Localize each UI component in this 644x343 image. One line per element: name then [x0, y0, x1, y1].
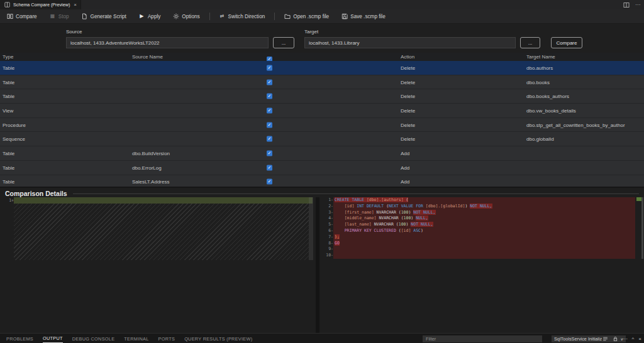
column-source-name: Source Name [132, 54, 163, 60]
row-checkbox[interactable]: ✓ [267, 94, 272, 99]
diff-line: 1-CREATE TABLE [dbo].[authors] ( [319, 197, 635, 204]
code-token: [first_name] [345, 210, 374, 215]
split-editor-icon[interactable] [623, 2, 630, 8]
compare-button[interactable]: Compare [551, 37, 582, 48]
cell-type: View [3, 107, 13, 113]
code-token [335, 215, 345, 220]
overview-ruler [635, 197, 644, 333]
line-number: 8- [319, 241, 333, 247]
row-checkbox[interactable]: ✓ [267, 79, 272, 85]
row-checkbox[interactable]: ✓ [267, 165, 272, 170]
panel-tab-debug-console[interactable]: DEBUG CONSOLE [72, 334, 115, 343]
toolbar-generate-script-label: Generate Script [91, 14, 126, 19]
code-token [335, 210, 345, 215]
diff-source-pane[interactable]: 1+ [0, 197, 316, 333]
close-icon[interactable]: × [74, 2, 77, 8]
toolbar-open-scmp-label: Open .scmp file [293, 14, 329, 19]
table-row[interactable]: TableDeletedbo.authors✓ [0, 61, 644, 75]
code-token [335, 228, 345, 233]
code-token: 100 [401, 210, 409, 215]
target-input[interactable] [304, 37, 516, 48]
diff-line: 7-); [319, 234, 635, 241]
check-icon: ✓ [268, 122, 272, 127]
table-row[interactable]: SequenceDeletedbo.globalId✓ [0, 132, 644, 146]
code-token [335, 222, 345, 227]
scrollbar[interactable] [641, 197, 643, 259]
row-checkbox[interactable]: ✓ [267, 136, 272, 142]
diff-line-code: [last_name] NVARCHAR (100) NOT NULL, [333, 222, 635, 228]
output-lines-icon[interactable] [602, 336, 608, 342]
check-icon: ✓ [268, 108, 272, 112]
cell-target-name: dbo.books [526, 79, 550, 85]
panel-tabs: PROBLEMSOUTPUTDEBUG CONSOLETERMINALPORTS… [6, 334, 252, 343]
check-icon: ✓ [268, 165, 272, 170]
table-row[interactable]: TableSalesLT.AddressAdd✓ [0, 175, 644, 187]
panel-tab-query-results-preview-[interactable]: QUERY RESULTS (PREVIEW) [184, 334, 252, 343]
row-checkbox[interactable]: ✓ [267, 107, 272, 113]
table-row[interactable]: TableDeletedbo.books_authors✓ [0, 89, 644, 103]
more-icon[interactable]: ⋯ [623, 336, 628, 342]
toolbar-save-scmp-label: Save .scmp file [350, 14, 386, 19]
diff-line-code [333, 253, 635, 259]
source-input[interactable] [66, 37, 269, 48]
toolbar-save-scmp-button[interactable]: Save .scmp file [341, 13, 386, 20]
toolbar-options-button[interactable]: Options [172, 13, 199, 20]
panel-action-icons: ⋯^× [602, 334, 641, 343]
diff-line-code: PRIMARY KEY CLUSTERED ([id] ASC) [333, 228, 635, 234]
output-channel-value: SqlToolsService Initializ [554, 336, 602, 342]
connection-section: Source ... Target ... Compare [0, 24, 644, 53]
diff-line-code: ); [333, 234, 635, 241]
row-checkbox[interactable]: ✓ [267, 179, 272, 185]
target-browse-button[interactable]: ... [520, 37, 540, 48]
table-row[interactable]: TableDeletedbo.books✓ [0, 75, 644, 89]
source-browse-button[interactable]: ... [273, 37, 294, 48]
panel-tab-terminal[interactable]: TERMINAL [124, 334, 148, 343]
line-number: 10- [319, 253, 333, 259]
column-target-name: Target Name [526, 54, 555, 60]
table-row[interactable]: ViewDeletedbo.vw_books_details✓ [0, 104, 644, 117]
save-icon [341, 13, 348, 20]
filter-input[interactable] [423, 335, 542, 342]
code-token: ASC [413, 228, 421, 233]
toolbar-separator [274, 13, 275, 20]
editor-tab-bar: Schema Compare (Preview) × ⋯ [0, 0, 644, 9]
toolbar-stop-button[interactable]: ■Stop [49, 13, 69, 20]
code-token: PRIMARY KEY CLUSTERED [345, 228, 396, 233]
table-row[interactable]: ProcedureDeletedbo.stp_get_all_cowritten… [0, 118, 644, 132]
toolbar-stop-label: Stop [58, 14, 69, 19]
schema-compare-window: Schema Compare (Preview) × ⋯ Compare■Sto… [0, 0, 644, 343]
chevron-up-icon[interactable]: ^ [632, 336, 635, 342]
gear-icon [172, 13, 179, 20]
code-token: [middle_name] [345, 215, 377, 220]
toolbar-generate-script-button[interactable]: Generate Script [81, 13, 126, 20]
panel-tab-ports[interactable]: PORTS [158, 334, 175, 343]
tab-schema-compare[interactable]: Schema Compare (Preview) × [0, 0, 81, 9]
line-number: 1- [319, 197, 333, 204]
row-checkbox[interactable]: ✓ [267, 122, 272, 128]
scrollbar[interactable] [309, 197, 313, 260]
panel-tab-output[interactable]: OUTPUT [43, 334, 63, 343]
row-checkbox[interactable]: ✓ [267, 150, 272, 156]
toolbar-apply-button[interactable]: ▶Apply [138, 13, 160, 20]
cell-action: Add [401, 165, 409, 170]
lock-icon[interactable] [613, 336, 618, 342]
check-icon: ✓ [268, 151, 272, 155]
row-checkbox[interactable]: ✓ [267, 65, 272, 70]
table-row[interactable]: Tabledbo.ErrorLogAdd✓ [0, 161, 644, 175]
diff-target-pane[interactable]: 1-CREATE TABLE [dbo].[authors] (2- [id] … [319, 197, 644, 333]
diff-line-code: [middle_name] NVARCHAR (100) NULL, [333, 215, 635, 222]
check-icon: ✓ [268, 94, 272, 99]
toolbar-compare-button[interactable]: Compare [6, 13, 37, 20]
toolbar-switch-direction-button[interactable]: ⇄Switch Direction [219, 13, 265, 20]
target-label: Target [304, 29, 318, 35]
code-token: ( [384, 204, 389, 209]
close-icon[interactable]: × [638, 336, 641, 342]
code-token: GO [335, 241, 340, 246]
line-number: 5- [319, 222, 333, 228]
cell-target-name: dbo.authors [526, 65, 553, 70]
panel-tab-problems[interactable]: PROBLEMS [6, 334, 33, 343]
toolbar-open-scmp-button[interactable]: Open .scmp file [284, 13, 329, 20]
line-number: 3- [319, 210, 333, 216]
more-icon[interactable]: ⋯ [635, 2, 640, 8]
table-row[interactable]: Tabledbo.BuildVersionAdd✓ [0, 146, 644, 160]
